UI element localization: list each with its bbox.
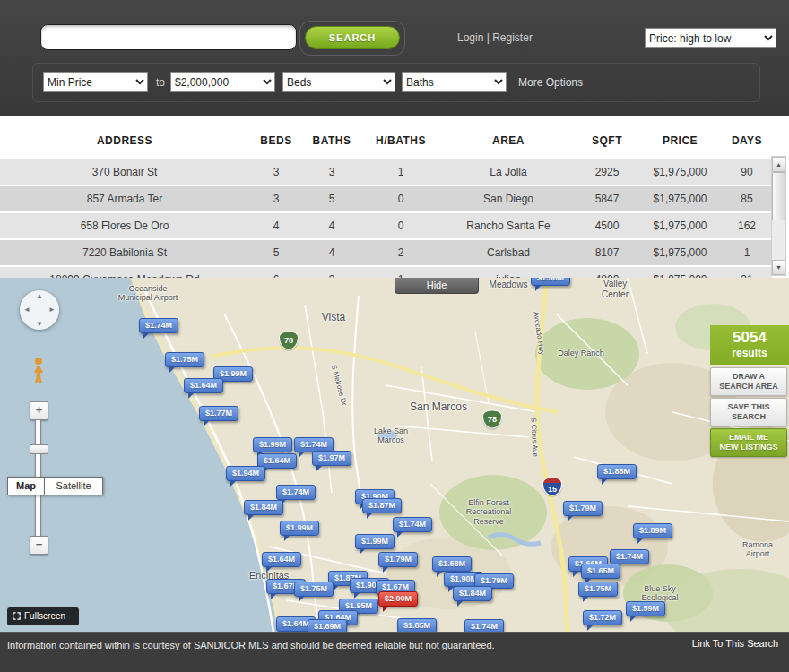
price-marker[interactable]: $1.74M	[393, 517, 432, 532]
results-table: ADDRESSBEDSBATHSH/BATHSAREASQFTPRICEDAYS…	[0, 124, 772, 292]
pan-down-icon[interactable]: ▼	[36, 320, 43, 328]
table-cell: 370 Bonair St	[0, 159, 249, 185]
column-header[interactable]: BATHS	[303, 124, 360, 159]
price-marker[interactable]: $1.77M	[199, 406, 238, 421]
pan-right-icon[interactable]: ►	[48, 306, 56, 314]
column-header[interactable]: ADDRESS	[0, 124, 249, 159]
table-row[interactable]: 370 Bonair St331La Jolla2925$1,975,00090	[0, 159, 772, 185]
price-marker[interactable]: $1.64M	[184, 378, 223, 393]
max-price-select[interactable]: $2,000,000	[170, 72, 275, 92]
column-header[interactable]: SQFT	[576, 124, 638, 159]
table-cell: 2	[360, 239, 441, 266]
table-cell: Carlsbad	[441, 239, 576, 266]
map-view-toggle[interactable]: Map	[7, 477, 45, 495]
table-cell: 4	[303, 212, 360, 239]
zoom-slider-thumb[interactable]	[30, 444, 48, 454]
table-cell: $1,975,000	[638, 212, 722, 239]
email-new-listings-button[interactable]: EMAIL ME NEW LISTINGS	[710, 428, 787, 457]
more-options-link[interactable]: More Options	[518, 76, 583, 89]
search-button[interactable]: SEARCH	[305, 26, 400, 49]
price-marker[interactable]: $1.72M	[583, 610, 622, 625]
results-count: 5054	[710, 325, 789, 347]
column-header[interactable]: PRICE	[638, 124, 722, 159]
zoom-in-button[interactable]: +	[30, 401, 48, 420]
pan-up-icon[interactable]: ▲	[36, 292, 43, 300]
table-cell: 4	[303, 239, 360, 266]
pan-left-icon[interactable]: ◄	[23, 306, 30, 314]
price-marker[interactable]: $1.89M	[633, 523, 672, 538]
price-marker[interactable]: $1.74M	[610, 549, 649, 564]
min-price-select[interactable]: Min Price	[43, 72, 148, 92]
search-button-bezel: SEARCH	[299, 21, 405, 56]
scroll-down-icon[interactable]: ▼	[772, 260, 785, 275]
zoom-out-button[interactable]: −	[30, 536, 48, 555]
table-cell: 2925	[576, 159, 638, 185]
register-link[interactable]: Register	[492, 31, 533, 44]
price-marker[interactable]: $1.85M	[397, 618, 437, 632]
fullscreen-icon	[13, 612, 21, 620]
price-marker[interactable]: $1.79M	[563, 501, 603, 516]
price-marker[interactable]: $1.64M	[262, 552, 301, 567]
price-marker[interactable]: $1.75M	[294, 582, 334, 597]
results-table-section: ADDRESSBEDSBATHSH/BATHSAREASQFTPRICEDAYS…	[0, 116, 789, 278]
price-marker[interactable]: $1.99M	[253, 437, 292, 452]
column-header[interactable]: H/BATHS	[360, 124, 441, 159]
table-row[interactable]: 7220 Babilonia St542Carlsbad8107$1,975,0…	[0, 239, 772, 266]
price-marker[interactable]: $1.68M	[432, 556, 472, 572]
map-pan-control[interactable]: ▲ ▼ ◄ ►	[20, 290, 59, 330]
draw-search-area-button[interactable]: DRAW A SEARCH AREA	[710, 367, 787, 396]
results-count-label: results	[710, 347, 789, 359]
search-input[interactable]	[40, 24, 297, 50]
price-marker[interactable]: $1.84M	[244, 500, 283, 515]
price-marker[interactable]: $1.69M	[308, 619, 347, 632]
price-marker[interactable]: $1.97M	[312, 451, 351, 466]
price-marker[interactable]: $1.94M	[226, 466, 265, 481]
table-cell: 857 Armada Ter	[0, 185, 249, 212]
baths-select[interactable]: Baths	[402, 72, 507, 92]
save-search-button[interactable]: SAVE THIS SEARCH	[710, 398, 787, 426]
price-marker[interactable]: $1.74M	[139, 318, 178, 333]
column-header[interactable]: BEDS	[249, 124, 303, 159]
price-marker[interactable]: $1.74M	[464, 619, 504, 632]
column-header[interactable]: AREA	[441, 124, 576, 159]
table-scrollbar[interactable]: ▲ ▼	[771, 156, 786, 276]
table-cell: 85	[722, 185, 772, 212]
satellite-view-toggle[interactable]: Satellite	[44, 477, 103, 495]
price-marker[interactable]: $1.79M	[378, 552, 418, 567]
price-marker[interactable]: $1.74M	[276, 485, 316, 500]
table-cell: 3	[249, 185, 303, 212]
hide-map-button[interactable]: Hide	[394, 278, 479, 294]
table-cell: Rancho Santa Fe	[441, 212, 576, 239]
login-link[interactable]: Login	[457, 31, 483, 44]
map[interactable]: Oceanside Municipal AirportVistaMeadowsV…	[0, 278, 789, 632]
price-marker[interactable]: $1.56M	[531, 278, 570, 286]
price-marker[interactable]: $1.65M	[581, 564, 620, 579]
price-marker[interactable]: $1.84M	[453, 586, 492, 601]
column-header[interactable]: DAYS	[722, 124, 772, 159]
sort-select[interactable]: Price: high to low	[645, 28, 776, 48]
fullscreen-label: Fullscreen	[24, 611, 65, 621]
price-marker-highlighted[interactable]: $2.00M	[378, 591, 418, 607]
price-marker[interactable]: $1.75M	[165, 352, 204, 367]
price-marker[interactable]: $1.59M	[626, 601, 665, 616]
mls-disclaimer: Information contained within is courtesy…	[7, 638, 635, 652]
beds-select[interactable]: Beds	[282, 72, 395, 92]
price-marker[interactable]: $1.99M	[355, 534, 394, 549]
price-marker[interactable]: $1.87M	[362, 498, 402, 513]
table-cell: 1	[722, 239, 772, 266]
price-marker[interactable]: $1.88M	[597, 464, 637, 479]
table-cell: 4500	[576, 212, 638, 239]
street-view-pegman-icon[interactable]	[30, 357, 47, 389]
price-marker[interactable]: $1.99M	[280, 521, 319, 536]
link-to-search[interactable]: Link To This Search	[692, 638, 778, 649]
results-table-body: 370 Bonair St331La Jolla2925$1,975,00090…	[0, 159, 772, 292]
table-row[interactable]: 658 Flores De Oro440Rancho Santa Fe4500$…	[0, 212, 772, 239]
auth-links: Login | Register	[457, 31, 533, 44]
price-marker[interactable]: $1.75M	[578, 582, 618, 597]
table-cell: San Diego	[441, 185, 576, 212]
scroll-up-icon[interactable]: ▲	[772, 157, 785, 172]
table-row[interactable]: 857 Armada Ter350San Diego5847$1,975,000…	[0, 185, 772, 212]
fullscreen-button[interactable]: Fullscreen	[7, 607, 79, 625]
table-cell: 4	[249, 212, 303, 239]
scrollbar-thumb[interactable]	[772, 172, 785, 220]
